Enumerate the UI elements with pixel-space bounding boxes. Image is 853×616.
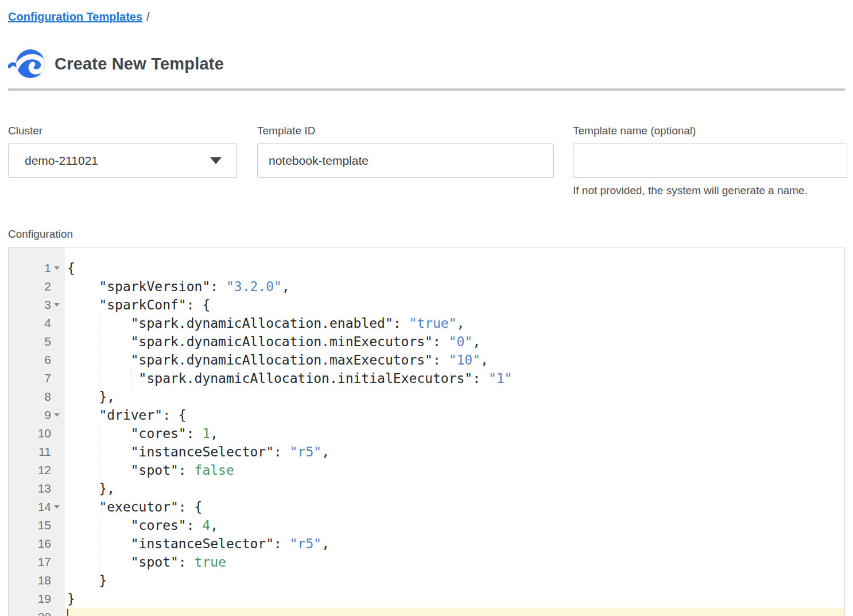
template-name-input[interactable] [573,144,847,178]
line-number: 18 [38,574,51,587]
code-line: { [65,259,844,277]
indent-guide [99,424,99,443]
breadcrumb-link-configuration-templates[interactable]: Configuration Templates [8,10,142,23]
line-number: 4 [44,316,51,330]
gutter-cell: 19 [9,590,65,608]
line-number: 12 [38,463,51,477]
fold-caret-icon[interactable] [54,413,60,417]
gutter-cell: 7 [9,369,65,388]
fold-caret-icon[interactable] [54,505,60,509]
code-line: "sparkConf": { [65,296,844,314]
breadcrumb-separator: / [146,10,150,23]
configuration-section: Configuration 12345678910111213141516171… [8,227,853,616]
gutter-cell: 5 [9,332,65,351]
template-name-field: Template name (optional) If not provided… [573,124,847,197]
gutter-cell: 16 [9,534,65,553]
line-number: 6 [44,353,51,367]
line-number: 20 [38,610,51,616]
cluster-field: Cluster demo-211021 [8,124,237,178]
gutter-cell: 13 [9,479,65,498]
code-line: "spark.dynamicAllocation.maxExecutors": … [65,351,844,369]
line-number: 10 [38,427,51,440]
cluster-select[interactable]: demo-211021 [8,144,237,178]
line-number: 5 [44,335,51,348]
fold-caret-icon[interactable] [54,303,60,307]
line-number: 2 [44,280,51,293]
template-id-field: Template ID [257,124,554,178]
indent-guide [99,332,99,351]
code-line: "executor": { [65,498,844,516]
gutter-cell: 2 [9,277,65,296]
indent-guide [99,314,99,332]
code-line: "spot": false [65,461,844,479]
code-line: "cores": 4, [65,516,844,534]
gutter-cell: 17 [9,553,65,571]
code-line: }, [65,479,844,498]
code-line: "instanceSelector": "r5", [65,443,844,461]
code-line: "cores": 1, [65,424,844,443]
indent-guide [99,461,99,479]
template-form: Cluster demo-211021 Template ID Template… [8,124,853,197]
text-cursor [67,609,68,616]
indent-guide [99,351,99,369]
cluster-label: Cluster [8,124,237,138]
indent-guide [99,369,99,388]
line-number: 13 [38,482,51,495]
line-number: 1 [44,261,51,275]
code-line: "driver": { [65,406,844,424]
template-id-label: Template ID [257,124,554,138]
gutter-cell: 1 [9,259,65,277]
template-id-input[interactable] [257,144,554,178]
gutter-cell: 6 [9,351,65,369]
line-number: 9 [44,408,51,422]
fold-caret-icon[interactable] [54,266,60,270]
line-number: 8 [44,390,51,404]
code-line: "spark.dynamicAllocation.enabled": "true… [65,314,844,332]
indent-guide [131,369,131,388]
line-number: 14 [38,500,51,514]
indent-guide [99,553,99,571]
code-line: }, [65,388,844,406]
gutter-cell: 20 [9,608,65,616]
indent-guide [99,534,99,553]
gutter-cell: 14 [9,498,65,516]
line-number: 19 [38,592,51,606]
configuration-label: Configuration [8,227,853,241]
gutter-cell: 11 [9,443,65,461]
gutter-cell: 18 [9,571,65,590]
page-title: Create New Template [55,55,224,73]
create-template-page: Configuration Templates/ Create New Temp… [0,0,853,616]
gutter-cell: 15 [9,516,65,534]
line-number: 16 [38,537,51,551]
cluster-selected-value: demo-211021 [25,154,98,168]
indent-guide [99,443,99,461]
editor-gutter: 1234567891011121314151617181920 [9,247,65,616]
gutter-cell: 10 [9,424,65,443]
code-line: "spot": true [65,553,844,571]
line-number: 3 [44,298,51,312]
dropdown-caret-icon [210,157,222,164]
code-line: } [65,590,844,608]
gutter-cell: 3 [9,296,65,314]
page-header: Create New Template [8,48,853,79]
code-line [65,608,844,616]
line-number: 11 [38,445,51,459]
code-line: "instanceSelector": "r5", [65,534,844,553]
gutter-cell: 9 [9,406,65,424]
line-number: 15 [38,518,51,532]
code-line: } [65,571,844,590]
gutter-cell: 4 [9,314,65,332]
gutter-cell: 8 [9,388,65,406]
template-name-hint: If not provided, the system will generat… [573,184,847,197]
header-divider [8,88,845,91]
line-number: 7 [44,371,51,385]
template-name-label: Template name (optional) [573,124,847,138]
indent-guide [99,516,99,534]
code-line: "sparkVersion": "3.2.0", [65,277,844,296]
line-number: 17 [38,555,51,569]
editor-code[interactable]: { "sparkVersion": "3.2.0", "sparkConf": … [65,247,844,616]
ocean-wave-logo-icon [8,48,45,79]
code-line: "spark.dynamicAllocation.initialExecutor… [65,369,844,388]
breadcrumb: Configuration Templates/ [8,9,853,24]
config-editor[interactable]: 1234567891011121314151617181920 { "spark… [8,247,845,616]
